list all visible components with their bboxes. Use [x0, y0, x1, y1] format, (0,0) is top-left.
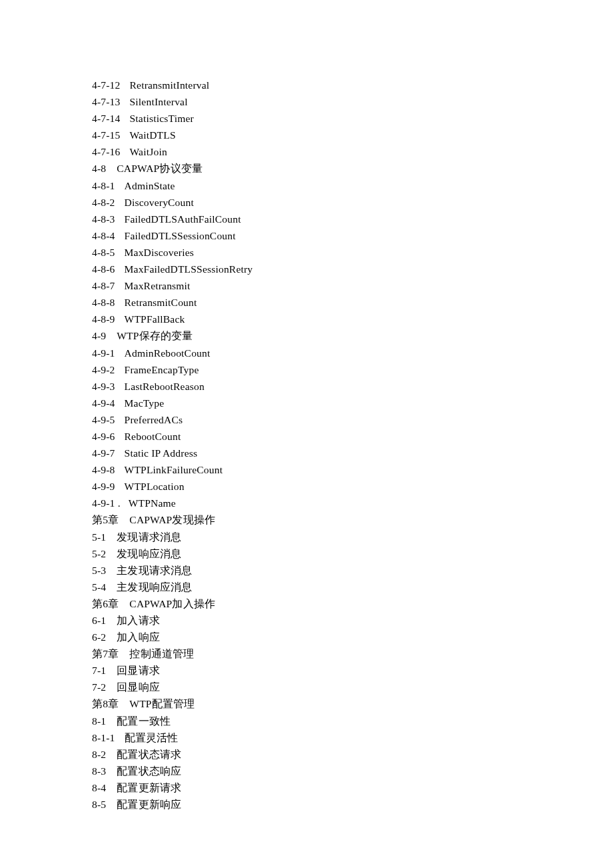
toc-title: 配置更新响应: [117, 799, 181, 810]
toc-entry: 7-1回显请求: [92, 662, 518, 679]
toc-title: RebootCount: [125, 431, 181, 442]
toc-entry: 6-2加入响应: [92, 629, 518, 645]
toc-title: RetransmitCount: [125, 297, 197, 308]
toc-title: 回显响应: [117, 681, 160, 693]
toc-title: MaxRetransmit: [125, 280, 191, 291]
toc-entry: 4-8-1AdminState: [92, 177, 518, 194]
toc-entry: 4-8-3FailedDTLSAuthFailCount: [92, 211, 518, 227]
toc-entry: 5-2发现响应消息: [92, 545, 518, 562]
toc-entry: 4-9WTP保存的变量: [92, 327, 518, 344]
toc-number: 7-2: [92, 681, 106, 693]
toc-number: 6-2: [92, 631, 106, 643]
toc-entry: 4-9-1 .WTPName: [92, 495, 518, 511]
toc-entry: 4-9-8WTPLinkFailureCount: [92, 461, 518, 478]
toc-title: WTP配置管理: [129, 698, 195, 709]
toc-number: 4-8-6: [92, 263, 115, 275]
toc-entry: 4-9-3LastRebootReason: [92, 378, 518, 395]
toc-entry: 4-9-9WTPLocation: [92, 478, 518, 495]
toc-number: 第8章: [92, 698, 119, 709]
toc-entry: 8-5配置更新响应: [92, 796, 518, 813]
toc-number: 4-9-4: [92, 397, 115, 409]
toc-title: 回显请求: [117, 665, 160, 676]
toc-number: 4-7-16: [92, 146, 121, 157]
toc-title: DiscoveryCount: [125, 197, 194, 208]
toc-entry: 4-9-2FrameEncapType: [92, 361, 518, 378]
toc-entry: 4-8-9WTPFallBack: [92, 311, 518, 327]
toc-title: WTPLinkFailureCount: [125, 464, 223, 475]
toc-title: MaxDiscoveries: [125, 247, 194, 258]
toc-number: 8-5: [92, 799, 106, 810]
toc-title: 主发现响应消息: [117, 581, 192, 593]
toc-number: 第7章: [92, 648, 119, 659]
toc-number: 4-8-7: [92, 280, 115, 291]
toc-number: 4-7-15: [92, 129, 121, 141]
toc-number: 4-9-1 .: [92, 497, 121, 509]
toc-number: 8-1: [92, 715, 106, 727]
toc-title: CAPWAP协议变量: [117, 163, 203, 174]
toc-title: 配置状态请求: [117, 749, 181, 760]
toc-entry: 4-8-2DiscoveryCount: [92, 194, 518, 211]
toc-title: LastRebootReason: [125, 381, 205, 392]
toc-title: WTPFallBack: [125, 313, 185, 325]
toc-number: 8-4: [92, 782, 106, 793]
toc-title: WTP保存的变量: [117, 330, 193, 341]
toc-entry: 4-9-4MacType: [92, 395, 518, 411]
toc-title: 配置一致性: [117, 715, 171, 727]
toc-number: 5-3: [92, 565, 106, 576]
toc-title: WTPLocation: [125, 481, 185, 492]
toc-number: 4-8-4: [92, 230, 115, 241]
toc-page: 4-7-12RetransmitInterval4-7-13SilentInte…: [0, 0, 518, 813]
toc-entry: 4-7-15WaitDTLS: [92, 127, 518, 143]
toc-number: 4-8-1: [92, 180, 115, 191]
toc-title: 加入响应: [117, 631, 160, 643]
toc-number: 4-9-3: [92, 381, 115, 392]
toc-title: WTPName: [129, 497, 176, 509]
toc-entry: 4-9-7Static IP Address: [92, 445, 518, 461]
toc-number: 4-7-14: [92, 113, 121, 124]
toc-entry: 4-8-7MaxRetransmit: [92, 277, 518, 294]
toc-number: 5-4: [92, 581, 106, 593]
toc-entry: 4-8CAPWAP协议变量: [92, 160, 518, 177]
toc-number: 4-9-8: [92, 464, 115, 475]
toc-entry: 8-2配置状态请求: [92, 746, 518, 763]
toc-number: 4-8-5: [92, 247, 115, 258]
toc-title: MaxFailedDTLSSessionRetry: [125, 263, 253, 275]
toc-entry: 4-8-8RetransmitCount: [92, 294, 518, 311]
toc-entry: 4-9-6RebootCount: [92, 428, 518, 445]
toc-entry: 7-2回显响应: [92, 679, 518, 695]
toc-entry: 8-3配置状态响应: [92, 763, 518, 779]
toc-entry: 4-9-1AdminRebootCount: [92, 345, 518, 361]
toc-entry: 4-8-5MaxDiscoveries: [92, 244, 518, 261]
toc-number: 4-9-5: [92, 414, 115, 425]
toc-title: CAPWAP发现操作: [129, 514, 215, 525]
toc-number: 第6章: [92, 598, 119, 609]
toc-number: 4-8: [92, 163, 106, 174]
toc-title: 配置状态响应: [117, 765, 181, 777]
toc-number: 8-1-1: [92, 732, 115, 743]
toc-number: 6-1: [92, 615, 106, 626]
toc-title: WaitDTLS: [130, 129, 176, 141]
toc-title: 主发现请求消息: [117, 565, 192, 576]
toc-entry: 4-8-6MaxFailedDTLSSessionRetry: [92, 261, 518, 277]
toc-entry: 4-9-5PreferredACs: [92, 411, 518, 428]
toc-number: 4-8-8: [92, 297, 115, 308]
toc-title: 加入请求: [117, 615, 160, 626]
toc-title: 发现请求消息: [117, 531, 181, 543]
toc-number: 4-9-1: [92, 347, 115, 359]
toc-title: RetransmitInterval: [130, 79, 210, 91]
toc-number: 4-9-6: [92, 431, 115, 442]
toc-title: Static IP Address: [125, 447, 198, 459]
toc-number: 4-9-7: [92, 447, 115, 459]
toc-entry: 4-7-12RetransmitInterval: [92, 77, 518, 93]
toc-entry: 第6章CAPWAP加入操作: [92, 595, 518, 612]
toc-entry: 6-1加入请求: [92, 612, 518, 629]
toc-number: 4-9-2: [92, 364, 115, 375]
toc-number: 4-9-9: [92, 481, 115, 492]
toc-entry: 4-7-13SilentInterval: [92, 93, 518, 110]
toc-entry: 8-1配置一致性: [92, 713, 518, 729]
toc-number: 4-8-9: [92, 313, 115, 325]
toc-title: PreferredACs: [125, 414, 183, 425]
toc-entry: 8-4配置更新请求: [92, 779, 518, 796]
toc-title: AdminState: [125, 180, 175, 191]
toc-title: StatisticsTimer: [130, 113, 194, 124]
